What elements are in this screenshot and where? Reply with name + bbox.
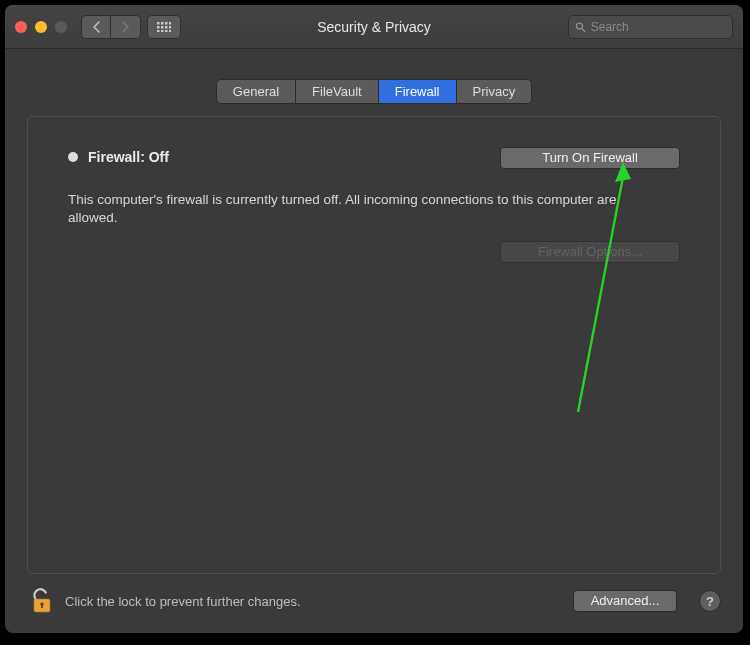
svg-rect-8: [157, 30, 160, 32]
lock-icon[interactable]: [31, 588, 53, 614]
titlebar: Security & Privacy: [5, 5, 743, 49]
footer: Click the lock to prevent further change…: [5, 588, 743, 630]
close-window-button[interactable]: [15, 21, 27, 33]
grid-icon: [157, 22, 171, 32]
firewall-status-label: Firewall: Off: [88, 149, 169, 165]
turn-on-firewall-button[interactable]: Turn On Firewall: [500, 147, 680, 169]
nav-group: [81, 15, 141, 39]
tab-filevault[interactable]: FileVault: [296, 79, 379, 104]
firewall-description: This computer's firewall is currently tu…: [68, 191, 628, 227]
preferences-window: Security & Privacy General FileVault Fir…: [5, 5, 743, 633]
advanced-button[interactable]: Advanced...: [573, 590, 677, 612]
chevron-left-icon: [92, 21, 101, 33]
svg-rect-1: [161, 22, 164, 25]
status-indicator-icon: [68, 152, 78, 162]
svg-rect-4: [157, 26, 160, 29]
svg-point-12: [576, 23, 582, 29]
svg-rect-0: [157, 22, 160, 25]
svg-rect-9: [161, 30, 164, 32]
chevron-right-icon: [121, 21, 130, 33]
help-button[interactable]: ?: [699, 590, 721, 612]
svg-rect-10: [165, 30, 168, 32]
traffic-lights: [15, 21, 67, 33]
forward-button[interactable]: [111, 15, 141, 39]
search-box[interactable]: [568, 15, 733, 39]
tab-firewall[interactable]: Firewall: [379, 79, 457, 104]
tab-privacy[interactable]: Privacy: [457, 79, 533, 104]
svg-rect-7: [169, 26, 171, 29]
show-all-button[interactable]: [147, 15, 181, 39]
search-icon: [575, 21, 586, 33]
svg-rect-11: [169, 30, 171, 32]
search-input[interactable]: [591, 20, 726, 34]
svg-rect-3: [169, 22, 171, 25]
svg-rect-19: [41, 604, 43, 608]
svg-rect-6: [165, 26, 168, 29]
svg-line-13: [582, 28, 585, 31]
lock-hint-text: Click the lock to prevent further change…: [65, 594, 301, 609]
firewall-panel: Firewall: Off Turn On Firewall This comp…: [27, 116, 721, 574]
tab-general[interactable]: General: [216, 79, 296, 104]
back-button[interactable]: [81, 15, 111, 39]
zoom-window-button[interactable]: [55, 21, 67, 33]
svg-rect-5: [161, 26, 164, 29]
firewall-options-button: Firewall Options...: [500, 241, 680, 263]
svg-rect-2: [165, 22, 168, 25]
minimize-window-button[interactable]: [35, 21, 47, 33]
tabs: General FileVault Firewall Privacy: [5, 79, 743, 104]
